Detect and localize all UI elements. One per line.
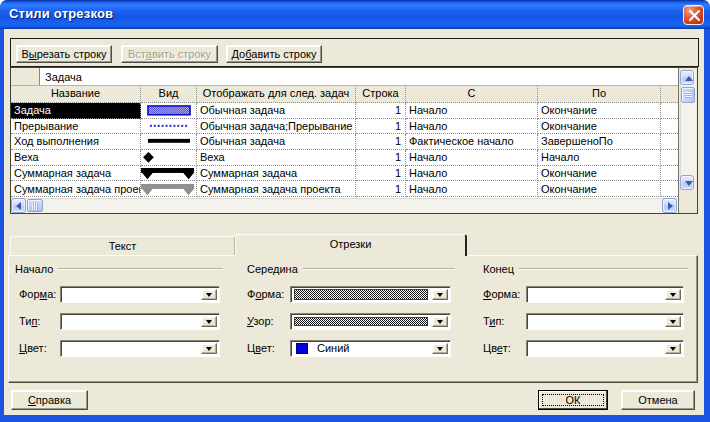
vertical-scrollbar[interactable] xyxy=(680,70,696,190)
row-from-cell[interactable]: Фактическое начало xyxy=(406,134,538,150)
row-number-cell[interactable]: 1 xyxy=(356,103,406,119)
row-edit-toolbar: Вырезать строку Вставить строку Добавить… xyxy=(10,38,699,67)
table-row[interactable]: Суммарная задача Суммарная задача 1 Нача… xyxy=(11,166,678,182)
color-swatch-blue xyxy=(296,343,308,354)
row-show-for-cell[interactable]: Веха xyxy=(197,150,356,166)
dropdown-arrow-button[interactable] xyxy=(432,343,448,354)
start-group-title: Начало xyxy=(15,263,53,275)
dropdown-arrow-button[interactable] xyxy=(665,289,681,300)
start-shape-combobox[interactable] xyxy=(60,286,220,303)
end-color-combobox[interactable] xyxy=(526,340,684,357)
row-number-cell[interactable]: 1 xyxy=(356,150,406,166)
row-show-for-cell[interactable]: Суммарная задача проекта xyxy=(197,182,356,198)
column-header-to[interactable]: По xyxy=(538,86,661,103)
add-row-button[interactable]: Добавить строку xyxy=(226,45,322,63)
start-type-label: Тип: xyxy=(19,313,40,330)
summary-bar-preview xyxy=(141,166,196,181)
dropdown-arrow-button[interactable] xyxy=(201,343,217,354)
row-name-cell[interactable]: Суммарная задача xyxy=(11,166,141,182)
table-row[interactable]: Ход выполнения Обычная задача 1 Фактичес… xyxy=(11,134,678,150)
column-header-show-for[interactable]: Отображать для след. задач xyxy=(197,86,356,103)
scroll-left-button[interactable] xyxy=(11,198,26,213)
row-from-cell[interactable]: Начало xyxy=(406,119,538,135)
horizontal-scrollbar[interactable] xyxy=(11,198,677,213)
entry-row-selector[interactable] xyxy=(11,68,40,85)
row-show-for-cell[interactable]: Обычная задача xyxy=(197,134,356,150)
row-from-cell[interactable]: Начало xyxy=(406,182,538,198)
row-to-cell[interactable]: ЗавершеноПо xyxy=(538,134,661,150)
dropdown-arrow-button[interactable] xyxy=(665,316,681,327)
row-appearance-cell[interactable] xyxy=(141,134,197,150)
middle-pattern-combobox[interactable] xyxy=(290,313,451,330)
row-from-cell[interactable]: Начало xyxy=(406,166,538,182)
row-filler-cell xyxy=(661,119,678,135)
entry-value[interactable]: Задача xyxy=(45,69,82,85)
middle-color-combobox[interactable]: Синий xyxy=(290,340,451,357)
table-row[interactable]: Задача Обычная задача 1 Начало Окончание xyxy=(11,103,678,119)
column-header-filler xyxy=(661,86,678,103)
group-divider xyxy=(58,268,223,270)
row-show-for-cell[interactable]: Обычная задача;Прерывание xyxy=(197,119,356,135)
scroll-up-button[interactable] xyxy=(680,70,694,85)
row-number-cell[interactable]: 1 xyxy=(356,119,406,135)
column-header-name[interactable]: Название xyxy=(11,86,141,103)
row-number-cell[interactable]: 1 xyxy=(356,134,406,150)
dropdown-arrow-button[interactable] xyxy=(201,289,217,300)
row-name-cell[interactable]: Задача xyxy=(11,103,141,119)
row-from-cell[interactable]: Начало xyxy=(406,150,538,166)
table-row[interactable]: Прерывание Обычная задача;Прерывание 1 Н… xyxy=(11,119,678,135)
dropdown-arrow-button[interactable] xyxy=(432,316,448,327)
row-name-cell[interactable]: Прерывание xyxy=(11,119,141,135)
row-appearance-cell[interactable] xyxy=(141,182,197,198)
ok-button[interactable]: ОК xyxy=(538,390,608,410)
tab-bars[interactable]: Отрезки xyxy=(235,234,467,256)
row-to-cell[interactable]: Окончание xyxy=(538,166,661,182)
horizontal-scrollbar-thumb[interactable] xyxy=(27,199,43,212)
row-appearance-cell[interactable] xyxy=(141,119,197,135)
row-from-cell[interactable]: Начало xyxy=(406,103,538,119)
row-name-cell[interactable]: Веха xyxy=(11,150,141,166)
table-row[interactable]: Веха Веха 1 Начало Начало xyxy=(11,150,678,166)
scroll-down-icon xyxy=(685,181,693,186)
end-type-combobox[interactable] xyxy=(526,313,684,330)
end-shape-label: Форма: xyxy=(483,286,520,303)
row-show-for-cell[interactable]: Обычная задача xyxy=(197,103,356,119)
row-name-cell[interactable]: Суммарная задача проекта xyxy=(11,182,141,198)
chevron-down-icon xyxy=(670,293,676,297)
end-shape-combobox[interactable] xyxy=(526,286,684,303)
tab-text[interactable]: Текст xyxy=(10,236,235,255)
cut-row-button[interactable]: Вырезать строку xyxy=(16,45,112,63)
row-appearance-cell[interactable] xyxy=(141,150,197,166)
close-button[interactable] xyxy=(683,5,704,25)
middle-shape-combobox[interactable] xyxy=(290,286,451,303)
table-header-row: Название Вид Отображать для след. задач … xyxy=(11,86,678,103)
start-type-combobox[interactable] xyxy=(60,313,220,330)
column-header-from[interactable]: С xyxy=(406,86,538,103)
dropdown-arrow-button[interactable] xyxy=(665,343,681,354)
scroll-down-button[interactable] xyxy=(680,175,694,190)
cancel-button[interactable]: Отмена xyxy=(621,390,695,410)
column-header-appearance[interactable]: Вид xyxy=(141,86,197,103)
dropdown-arrow-button[interactable] xyxy=(432,289,448,300)
column-header-row[interactable]: Строка xyxy=(356,86,406,103)
split-bar-preview xyxy=(141,119,196,134)
row-to-cell[interactable]: Окончание xyxy=(538,103,661,119)
help-button[interactable]: Справка xyxy=(11,390,88,410)
vertical-scrollbar-thumb[interactable] xyxy=(681,87,695,103)
title-bar[interactable]: Стили отрезков xyxy=(0,0,710,29)
row-to-cell[interactable]: Начало xyxy=(538,150,661,166)
row-appearance-cell[interactable] xyxy=(141,166,197,182)
row-appearance-cell[interactable] xyxy=(141,103,197,119)
scroll-right-button[interactable] xyxy=(662,198,677,213)
row-number-cell[interactable]: 1 xyxy=(356,182,406,198)
row-show-for-cell[interactable]: Суммарная задача xyxy=(197,166,356,182)
row-to-cell[interactable]: Окончание xyxy=(538,119,661,135)
insert-row-button[interactable]: Вставить строку xyxy=(121,45,218,63)
row-to-cell[interactable]: Окончание xyxy=(538,182,661,198)
dropdown-arrow-button[interactable] xyxy=(201,316,217,327)
row-number-cell[interactable]: 1 xyxy=(356,166,406,182)
table-row[interactable]: Суммарная задача проекта Суммарная задач… xyxy=(11,182,678,198)
row-name-cell[interactable]: Ход выполнения xyxy=(11,134,141,150)
entry-bar: Задача xyxy=(11,68,678,86)
start-color-combobox[interactable] xyxy=(60,340,220,357)
